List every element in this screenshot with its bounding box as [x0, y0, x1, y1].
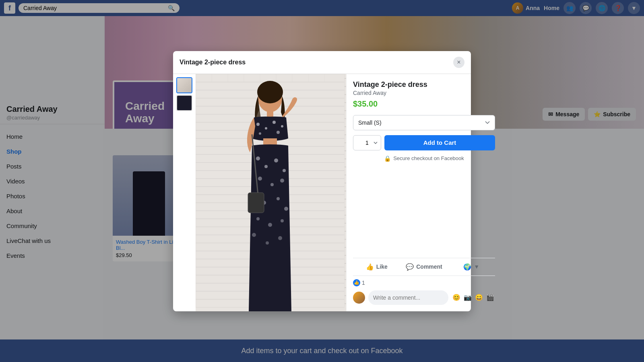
comment-input[interactable] — [368, 290, 448, 305]
thumbnail-1[interactable] — [176, 77, 192, 93]
modal-header: Vintage 2-piece dress × — [173, 51, 471, 74]
modal-body: Vintage 2-piece dress Carried Away $35.0… — [173, 74, 471, 311]
sticker-icon[interactable]: 😄 — [474, 293, 484, 302]
reaction-count: 👍 1 — [353, 279, 495, 286]
comment-icon: 💬 — [406, 263, 414, 271]
thumb-image-1 — [177, 78, 192, 93]
svg-point-48 — [256, 156, 260, 160]
svg-point-45 — [259, 132, 261, 135]
svg-point-57 — [277, 197, 280, 200]
modal-product-details: Vintage 2-piece dress Carried Away $35.0… — [346, 74, 502, 311]
modal-overlay[interactable]: Vintage 2-piece dress × — [0, 0, 644, 362]
thumbs-up-icon: 👍 — [366, 263, 374, 271]
svg-point-53 — [270, 183, 274, 186]
image-area — [173, 74, 346, 311]
add-to-cart-button[interactable]: Add to Cart — [384, 135, 495, 150]
svg-point-50 — [274, 158, 278, 162]
product-shop-name: Carried Away — [353, 90, 495, 96]
svg-point-52 — [258, 177, 262, 181]
svg-point-49 — [264, 165, 268, 168]
svg-point-62 — [252, 233, 256, 237]
reaction-emoji-button[interactable]: 🌍 ▼ — [448, 260, 495, 274]
quantity-cart-row: 1 2 3 Add to Cart — [353, 135, 495, 150]
secure-checkout-label: 🔒 Secure checkout on Facebook — [353, 155, 495, 162]
svg-point-44 — [281, 125, 283, 128]
main-product-image — [196, 74, 346, 311]
modal-product-images — [173, 74, 346, 311]
thumbnail-strip — [173, 74, 196, 311]
svg-point-51 — [283, 169, 286, 172]
svg-point-59 — [256, 217, 260, 220]
dress-figure-svg — [196, 74, 345, 311]
thumb-image-2 — [177, 96, 192, 110]
lock-icon: 🔒 — [384, 155, 391, 162]
comment-area: 😊 📷 😄 🎬 — [353, 290, 495, 305]
svg-point-64 — [278, 236, 282, 240]
svg-point-58 — [284, 207, 288, 211]
svg-point-61 — [281, 219, 284, 222]
product-title: Vintage 2-piece dress — [353, 80, 495, 89]
globe-reaction-icon: 🌍 — [463, 263, 471, 271]
product-price: $35.00 — [353, 99, 495, 109]
gif-icon[interactable]: 🎬 — [485, 293, 495, 302]
svg-point-43 — [272, 121, 276, 124]
camera-icon[interactable]: 📷 — [463, 293, 473, 302]
svg-point-41 — [256, 123, 260, 126]
svg-point-39 — [257, 81, 283, 103]
product-image-background — [196, 74, 346, 311]
reaction-bar: 👍 Like 💬 Comment 🌍 ▼ — [353, 258, 495, 276]
emoji-icon[interactable]: 😊 — [452, 293, 461, 302]
svg-point-54 — [280, 179, 284, 183]
modal-close-button[interactable]: × — [453, 57, 464, 68]
thumbnail-2[interactable] — [176, 95, 192, 111]
modal-title: Vintage 2-piece dress — [180, 59, 246, 66]
svg-point-63 — [266, 241, 269, 245]
svg-rect-40 — [267, 109, 273, 117]
svg-point-60 — [268, 223, 272, 227]
size-selector[interactable]: Small (S) Medium (M) Large (L) XL — [353, 115, 495, 130]
product-description-area — [353, 168, 495, 258]
svg-point-46 — [277, 131, 280, 134]
svg-rect-66 — [248, 193, 264, 213]
quantity-selector[interactable]: 1 2 3 — [353, 135, 381, 150]
comment-icon-row: 😊 📷 😄 🎬 — [452, 293, 495, 302]
commenter-avatar — [353, 292, 365, 304]
like-button[interactable]: 👍 Like — [353, 260, 400, 274]
reaction-dropdown-icon: ▼ — [474, 263, 479, 270]
product-modal: Vintage 2-piece dress × — [173, 51, 471, 311]
comment-button[interactable]: 💬 Comment — [400, 260, 448, 274]
like-emoji: 👍 — [353, 279, 360, 286]
svg-point-42 — [265, 127, 267, 130]
